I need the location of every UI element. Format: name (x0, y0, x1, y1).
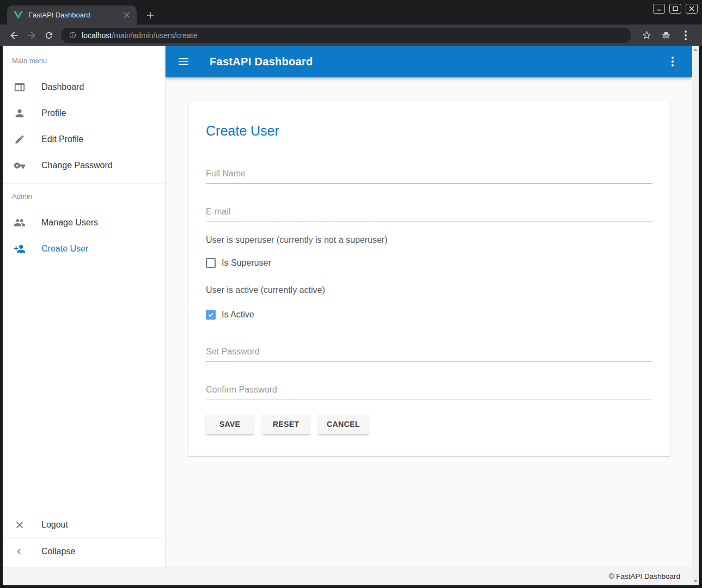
is-superuser-checkbox[interactable] (206, 258, 216, 268)
hamburger-menu-icon[interactable] (179, 55, 192, 68)
confirm-password-field (206, 385, 652, 400)
sidebar-item-label: Dashboard (41, 82, 84, 92)
page-scrollbar[interactable] (692, 46, 699, 585)
new-tab-button[interactable] (143, 8, 157, 22)
tab-strip: FastAPI Dashboard (0, 0, 702, 24)
sidebar-divider (3, 183, 165, 183)
copyright-text: © FastAPI Dashboard (608, 572, 680, 580)
save-button[interactable]: SAVE (206, 414, 254, 434)
sidebar-bottom-group: Logout Collapse (3, 512, 165, 565)
full-name-field (206, 169, 652, 184)
back-icon[interactable] (8, 29, 21, 42)
sidebar-caption-main-menu: Main menu (3, 57, 165, 69)
reload-icon[interactable] (42, 29, 56, 42)
tab-close-icon[interactable] (121, 10, 131, 20)
sidebar-item-label: Create User (41, 244, 88, 254)
sidebar: Main menu Dashboard Profile Edit Profile… (3, 46, 166, 585)
chevron-left-icon (13, 545, 26, 558)
app-bar-kebab-icon[interactable] (666, 55, 679, 68)
scrollbar-up-arrow-icon[interactable] (693, 48, 698, 51)
browser-window: { "browser": { "tab_title": "FastAPI Das… (0, 0, 702, 588)
sidebar-item-logout[interactable]: Logout (3, 512, 165, 538)
vue-logo-icon (14, 11, 23, 19)
person-add-icon (13, 242, 26, 255)
cancel-button[interactable]: CANCEL (318, 414, 369, 434)
is-superuser-checkbox-row[interactable]: Is Superuser (206, 258, 652, 268)
tab-title: FastAPI Dashboard (28, 11, 121, 19)
page-footer: © FastAPI Dashboard (3, 567, 692, 585)
sidebar-item-label: Collapse (41, 547, 75, 556)
url-host: localhost (82, 31, 112, 40)
close-icon[interactable] (686, 4, 698, 14)
browser-tab[interactable]: FastAPI Dashboard (7, 5, 137, 24)
is-active-label: Is Active (222, 310, 254, 320)
pencil-icon (13, 133, 26, 146)
form-title: Create User (206, 123, 652, 138)
info-icon[interactable] (69, 31, 77, 39)
sidebar-item-change-password[interactable]: Change Password (3, 152, 165, 179)
minimize-icon[interactable] (653, 4, 665, 14)
is-active-checkbox[interactable] (206, 310, 216, 320)
address-bar[interactable]: localhost/main/admin/users/create (61, 28, 631, 43)
create-user-card: Create User User is superuser (currently… (188, 101, 670, 456)
url-path: /main/admin/users/create (112, 31, 197, 40)
page-viewport: Main menu Dashboard Profile Edit Profile… (3, 46, 692, 585)
maximize-icon[interactable] (669, 4, 681, 14)
active-hint: User is active (currently active) (206, 285, 652, 295)
app-bar-title: FastAPI Dashboard (210, 56, 313, 68)
sidebar-item-manage-users[interactable]: Manage Users (3, 210, 165, 236)
sidebar-item-dashboard[interactable]: Dashboard (3, 74, 165, 100)
email-field (206, 207, 652, 222)
sidebar-item-edit-profile[interactable]: Edit Profile (3, 126, 165, 152)
reset-button[interactable]: RESET (262, 414, 310, 434)
forward-icon[interactable] (25, 29, 38, 42)
sidebar-item-label: Profile (41, 108, 66, 118)
confirm-password-input[interactable] (206, 385, 652, 400)
star-icon[interactable] (640, 29, 653, 42)
main-area: FastAPI Dashboard Create User User is su… (166, 46, 692, 585)
email-input[interactable] (206, 207, 652, 222)
sidebar-item-create-user[interactable]: Create User (3, 236, 165, 262)
superuser-hint: User is superuser (currently is not a su… (206, 235, 652, 245)
sidebar-item-label: Change Password (41, 161, 113, 170)
set-password-input[interactable] (206, 347, 652, 362)
is-superuser-label: Is Superuser (222, 258, 271, 268)
is-active-checkbox-row[interactable]: Is Active (206, 310, 652, 320)
sidebar-item-label: Logout (41, 520, 68, 530)
url-text: localhost/main/admin/users/create (82, 31, 197, 40)
form-buttons: SAVE RESET CANCEL (206, 414, 652, 434)
sidebar-item-label: Edit Profile (41, 134, 83, 144)
app-bar: FastAPI Dashboard (166, 46, 692, 77)
key-icon (13, 159, 26, 172)
sidebar-item-label: Manage Users (41, 218, 98, 228)
sidebar-item-collapse[interactable]: Collapse (3, 538, 165, 565)
people-icon (13, 216, 26, 229)
toolbar-right (640, 29, 692, 42)
incognito-icon (660, 29, 673, 42)
full-name-input[interactable] (206, 169, 652, 184)
window-controls (653, 4, 698, 14)
sidebar-item-profile[interactable]: Profile (3, 100, 165, 126)
logout-x-icon (13, 518, 26, 531)
person-icon (13, 107, 26, 120)
page-content: Create User User is superuser (currently… (166, 77, 692, 585)
browser-toolbar: localhost/main/admin/users/create (0, 24, 702, 46)
scrollbar-down-arrow-icon[interactable] (693, 580, 698, 583)
sidebar-caption-admin: Admin (3, 192, 165, 204)
dashboard-icon (13, 81, 26, 94)
browser-menu-kebab-icon[interactable] (679, 29, 692, 42)
set-password-field (206, 347, 652, 362)
